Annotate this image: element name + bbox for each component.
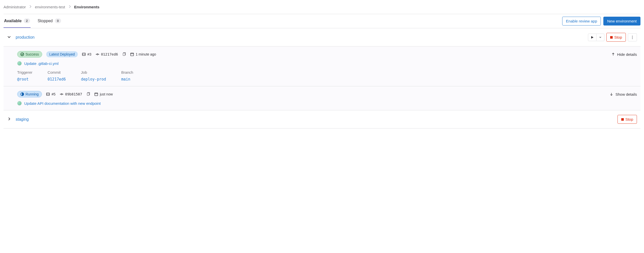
deployment-time: just now [94,92,113,96]
latest-deployed-badge: Latest Deployed [46,51,78,57]
status-label: Running [26,92,39,96]
svg-rect-6 [131,53,134,56]
deploy-dropdown[interactable] [588,34,604,41]
time-text: just now [100,92,113,96]
svg-point-2 [632,38,633,39]
svg-rect-5 [123,53,125,56]
sha-text: 09b81587 [65,92,82,96]
tab-label: Available [4,19,22,23]
commit-message-link[interactable]: Update .gitlab-ci.yml [24,61,59,66]
chevron-right-icon [68,5,72,9]
commit-sha[interactable]: 09b81587 [60,92,82,96]
check-circle-icon [20,53,24,56]
svg-point-4 [97,54,98,55]
commit-link[interactable]: 01217ed6 [47,77,66,82]
chevron-right-icon[interactable] [7,117,11,122]
iid-text: #3 [87,52,91,56]
iid-text: #5 [52,92,56,96]
environment-row-production: production Stop [4,28,640,46]
deployment-card: Running #5 09b81587 just [4,86,640,110]
avatar [17,101,22,106]
stop-button[interactable]: Stop [606,33,626,42]
branch-link[interactable]: main [121,77,133,82]
deployment-time: 1 minute ago [130,52,156,56]
environment-name-link[interactable]: staging [16,117,29,122]
show-details-toggle[interactable]: Show details [609,92,637,96]
commit-label: Commit [47,70,66,74]
chevron-right-icon [28,5,32,9]
svg-point-0 [632,36,633,36]
sha-text: 01217ed6 [101,52,118,56]
tab-stopped[interactable]: Stopped 0 [37,14,62,28]
toggle-label: Show details [615,92,637,96]
status-label: Success [26,52,39,56]
deployment-iid[interactable]: #3 [82,52,91,56]
tabs: Available 2 Stopped 0 [4,14,62,28]
more-actions-button[interactable] [628,33,637,41]
tab-count-badge: 0 [55,18,61,23]
toggle-label: Hide details [617,52,637,57]
chevron-down-icon[interactable] [7,35,11,40]
play-button[interactable] [588,34,597,41]
svg-rect-9 [87,93,89,95]
environment-name-link[interactable]: production [16,35,35,40]
deployment-iid[interactable]: #5 [46,92,56,96]
time-text: 1 minute ago [136,52,156,56]
tab-count-badge: 2 [24,18,30,23]
running-icon [20,92,24,96]
breadcrumb-item-project[interactable]: environments-test [35,5,65,9]
deployment-details: Triggerer @root Commit 01217ed6 Job depl… [17,70,637,82]
breadcrumb: Administrator environments-test Environm… [4,0,640,14]
dropdown-toggle[interactable] [597,34,604,41]
stop-label: Stop [614,35,622,39]
stop-icon [621,118,624,121]
svg-rect-10 [95,93,98,96]
new-environment-button[interactable]: New environment [603,17,640,26]
status-badge-success[interactable]: Success [17,51,42,58]
job-label: Job [81,70,106,74]
triggerer-label: Triggerer [17,70,32,74]
hide-details-toggle[interactable]: Hide details [611,52,637,57]
stop-label: Stop [625,117,633,121]
enable-review-app-button[interactable]: Enable review app [562,17,601,26]
deployment-card: Success Latest Deployed #3 01217ed6 [4,46,640,86]
status-badge-running[interactable]: Running [17,91,42,97]
job-link[interactable]: deploy-prod [81,77,106,82]
stop-button[interactable]: Stop [617,115,637,124]
copy-sha-button[interactable] [86,92,90,97]
branch-label: Branch [121,70,133,74]
svg-point-8 [61,94,62,95]
commit-message-link[interactable]: Update API documentation with new endpoi… [24,101,101,106]
svg-point-1 [632,37,633,38]
environment-row-staging: staging Stop [4,110,640,129]
commit-sha[interactable]: 01217ed6 [95,52,118,56]
triggerer-link[interactable]: @root [17,77,32,82]
breadcrumb-item-admin[interactable]: Administrator [4,5,26,9]
copy-sha-button[interactable] [122,52,126,57]
breadcrumb-current: Environments [74,5,100,9]
tab-available[interactable]: Available 2 [4,14,31,28]
avatar [17,61,22,66]
stop-icon [610,36,613,39]
tab-label: Stopped [38,19,53,23]
